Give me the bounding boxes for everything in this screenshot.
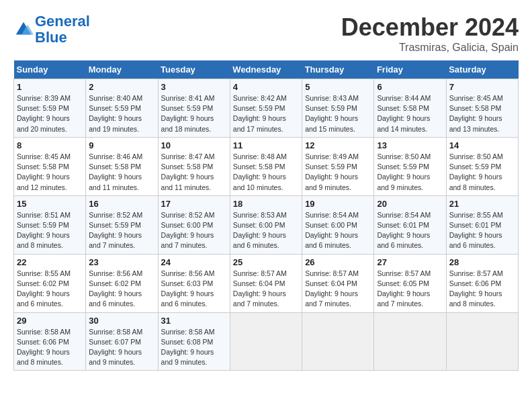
day-number: 20 <box>377 199 443 209</box>
calendar-cell: 30 Sunrise: 8:58 AMSunset: 6:07 PMDaylig… <box>86 312 158 371</box>
calendar-cell <box>230 312 302 371</box>
day-info: Sunrise: 8:52 AMSunset: 5:59 PMDaylight:… <box>89 211 142 250</box>
col-saturday: Saturday <box>446 60 518 79</box>
day-info: Sunrise: 8:46 AMSunset: 5:58 PMDaylight:… <box>89 152 142 191</box>
day-info: Sunrise: 8:57 AMSunset: 6:06 PMDaylight:… <box>449 269 503 308</box>
calendar-cell: 31 Sunrise: 8:58 AMSunset: 6:08 PMDaylig… <box>158 312 230 371</box>
day-number: 26 <box>305 257 371 267</box>
day-number: 10 <box>161 140 227 150</box>
day-number: 11 <box>233 140 299 150</box>
day-info: Sunrise: 8:47 AMSunset: 5:58 PMDaylight:… <box>161 152 215 191</box>
day-info: Sunrise: 8:39 AMSunset: 5:59 PMDaylight:… <box>17 94 71 133</box>
calendar-header-row: Sunday Monday Tuesday Wednesday Thursday… <box>14 60 519 79</box>
month-title: December 2024 <box>341 13 519 42</box>
day-number: 27 <box>377 257 443 267</box>
calendar-cell <box>374 312 446 371</box>
day-number: 18 <box>233 199 299 209</box>
calendar-cell: 23 Sunrise: 8:56 AMSunset: 6:02 PMDaylig… <box>86 254 158 312</box>
day-number: 13 <box>377 140 443 150</box>
calendar-cell: 3 Sunrise: 8:41 AMSunset: 5:59 PMDayligh… <box>158 79 230 138</box>
calendar-cell: 28 Sunrise: 8:57 AMSunset: 6:06 PMDaylig… <box>446 254 518 312</box>
day-info: Sunrise: 8:51 AMSunset: 5:59 PMDaylight:… <box>17 211 71 250</box>
calendar-row-3: 15 Sunrise: 8:51 AMSunset: 5:59 PMDaylig… <box>14 195 519 254</box>
day-number: 8 <box>17 140 83 150</box>
day-number: 5 <box>305 82 371 92</box>
day-info: Sunrise: 8:41 AMSunset: 5:59 PMDaylight:… <box>161 94 215 133</box>
day-info: Sunrise: 8:55 AMSunset: 6:01 PMDaylight:… <box>449 211 503 250</box>
day-info: Sunrise: 8:58 AMSunset: 6:08 PMDaylight:… <box>161 328 215 367</box>
day-number: 1 <box>17 82 83 92</box>
calendar-row-2: 8 Sunrise: 8:45 AMSunset: 5:58 PMDayligh… <box>14 137 519 195</box>
calendar-cell: 14 Sunrise: 8:50 AMSunset: 5:59 PMDaylig… <box>446 137 518 195</box>
day-info: Sunrise: 8:44 AMSunset: 5:58 PMDaylight:… <box>377 94 431 133</box>
calendar-cell: 8 Sunrise: 8:45 AMSunset: 5:58 PMDayligh… <box>14 137 86 195</box>
day-info: Sunrise: 8:57 AMSunset: 6:04 PMDaylight:… <box>233 269 287 308</box>
day-number: 17 <box>161 199 227 209</box>
calendar-cell: 13 Sunrise: 8:50 AMSunset: 5:59 PMDaylig… <box>374 137 446 195</box>
col-tuesday: Tuesday <box>158 60 230 79</box>
day-number: 12 <box>305 140 371 150</box>
day-info: Sunrise: 8:45 AMSunset: 5:58 PMDaylight:… <box>17 152 71 191</box>
calendar-cell: 4 Sunrise: 8:42 AMSunset: 5:59 PMDayligh… <box>230 79 302 138</box>
day-info: Sunrise: 8:55 AMSunset: 6:02 PMDaylight:… <box>17 269 71 308</box>
calendar-cell: 5 Sunrise: 8:43 AMSunset: 5:59 PMDayligh… <box>302 79 374 138</box>
day-number: 16 <box>89 199 154 209</box>
col-monday: Monday <box>86 60 158 79</box>
calendar-cell: 18 Sunrise: 8:53 AMSunset: 6:00 PMDaylig… <box>230 195 302 254</box>
calendar-cell <box>302 312 374 371</box>
calendar-cell: 27 Sunrise: 8:57 AMSunset: 6:05 PMDaylig… <box>374 254 446 312</box>
calendar-cell: 24 Sunrise: 8:56 AMSunset: 6:03 PMDaylig… <box>158 254 230 312</box>
day-info: Sunrise: 8:43 AMSunset: 5:59 PMDaylight:… <box>305 94 359 133</box>
calendar-cell: 7 Sunrise: 8:45 AMSunset: 5:58 PMDayligh… <box>446 79 518 138</box>
day-number: 29 <box>17 316 83 326</box>
calendar-cell: 15 Sunrise: 8:51 AMSunset: 5:59 PMDaylig… <box>14 195 86 254</box>
calendar-cell: 29 Sunrise: 8:58 AMSunset: 6:06 PMDaylig… <box>14 312 86 371</box>
calendar-cell: 19 Sunrise: 8:54 AMSunset: 6:00 PMDaylig… <box>302 195 374 254</box>
calendar-row-5: 29 Sunrise: 8:58 AMSunset: 6:06 PMDaylig… <box>14 312 519 371</box>
day-number: 21 <box>449 199 515 209</box>
day-info: Sunrise: 8:49 AMSunset: 5:59 PMDaylight:… <box>305 152 359 191</box>
day-number: 14 <box>449 140 515 150</box>
calendar-cell: 2 Sunrise: 8:40 AMSunset: 5:59 PMDayligh… <box>86 79 158 138</box>
location: Trasmiras, Galicia, Spain <box>341 42 519 54</box>
calendar-cell <box>446 312 518 371</box>
calendar-row-4: 22 Sunrise: 8:55 AMSunset: 6:02 PMDaylig… <box>14 254 519 312</box>
day-number: 30 <box>89 316 154 326</box>
calendar-body: 1 Sunrise: 8:39 AMSunset: 5:59 PMDayligh… <box>14 79 519 371</box>
day-info: Sunrise: 8:58 AMSunset: 6:07 PMDaylight:… <box>89 328 142 367</box>
calendar-cell: 16 Sunrise: 8:52 AMSunset: 5:59 PMDaylig… <box>86 195 158 254</box>
day-info: Sunrise: 8:56 AMSunset: 6:03 PMDaylight:… <box>161 269 215 308</box>
day-info: Sunrise: 8:57 AMSunset: 6:04 PMDaylight:… <box>305 269 359 308</box>
calendar-cell: 6 Sunrise: 8:44 AMSunset: 5:58 PMDayligh… <box>374 79 446 138</box>
day-number: 19 <box>305 199 371 209</box>
day-info: Sunrise: 8:42 AMSunset: 5:59 PMDaylight:… <box>233 94 287 133</box>
day-info: Sunrise: 8:54 AMSunset: 6:01 PMDaylight:… <box>377 211 431 250</box>
calendar-cell: 26 Sunrise: 8:57 AMSunset: 6:04 PMDaylig… <box>302 254 374 312</box>
calendar-cell: 21 Sunrise: 8:55 AMSunset: 6:01 PMDaylig… <box>446 195 518 254</box>
title-area: December 2024 Trasmiras, Galicia, Spain <box>341 13 519 54</box>
calendar-cell: 11 Sunrise: 8:48 AMSunset: 5:58 PMDaylig… <box>230 137 302 195</box>
day-info: Sunrise: 8:52 AMSunset: 6:00 PMDaylight:… <box>161 211 215 250</box>
day-info: Sunrise: 8:50 AMSunset: 5:59 PMDaylight:… <box>377 152 431 191</box>
day-number: 3 <box>161 82 227 92</box>
day-number: 31 <box>161 316 227 326</box>
calendar-table: Sunday Monday Tuesday Wednesday Thursday… <box>13 60 519 371</box>
logo-text: General Blue <box>35 13 90 46</box>
day-number: 22 <box>17 257 83 267</box>
day-info: Sunrise: 8:58 AMSunset: 6:06 PMDaylight:… <box>17 328 71 367</box>
logo: General Blue <box>13 13 90 46</box>
calendar-cell: 20 Sunrise: 8:54 AMSunset: 6:01 PMDaylig… <box>374 195 446 254</box>
day-number: 25 <box>233 257 299 267</box>
calendar-cell: 9 Sunrise: 8:46 AMSunset: 5:58 PMDayligh… <box>86 137 158 195</box>
day-info: Sunrise: 8:48 AMSunset: 5:58 PMDaylight:… <box>233 152 287 191</box>
day-number: 15 <box>17 199 83 209</box>
logo-icon <box>13 19 34 40</box>
calendar-cell: 1 Sunrise: 8:39 AMSunset: 5:59 PMDayligh… <box>14 79 86 138</box>
calendar-cell: 10 Sunrise: 8:47 AMSunset: 5:58 PMDaylig… <box>158 137 230 195</box>
day-info: Sunrise: 8:40 AMSunset: 5:59 PMDaylight:… <box>89 94 142 133</box>
day-number: 9 <box>89 140 154 150</box>
day-info: Sunrise: 8:57 AMSunset: 6:05 PMDaylight:… <box>377 269 431 308</box>
calendar-cell: 22 Sunrise: 8:55 AMSunset: 6:02 PMDaylig… <box>14 254 86 312</box>
day-number: 4 <box>233 82 299 92</box>
day-number: 23 <box>89 257 154 267</box>
